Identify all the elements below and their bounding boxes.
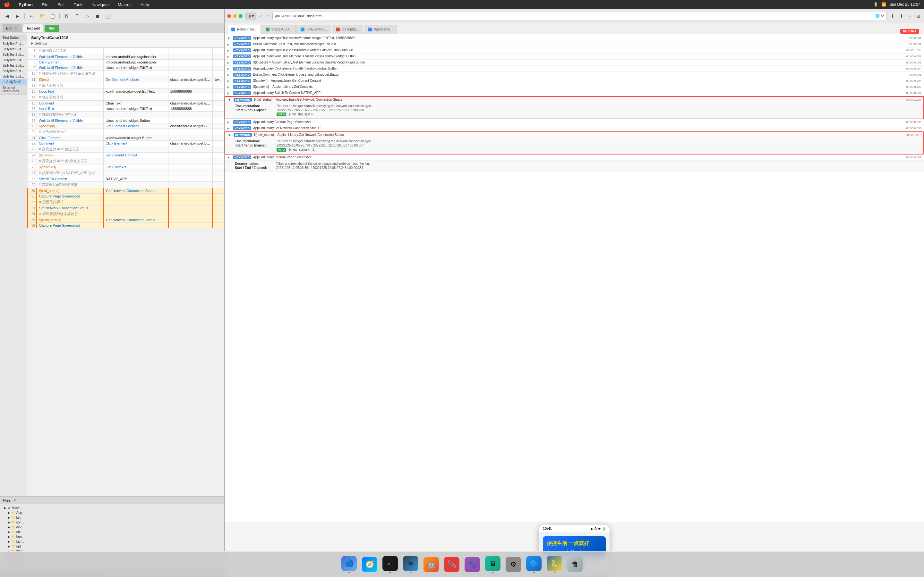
sidebar-item-2[interactable]: SallyTestSuite11: — [0, 52, 27, 57]
table-row-col3[interactable]: class=android.widget.Button — [168, 123, 213, 129]
log-expand-icon[interactable]: ▶ — [227, 73, 231, 77]
table-row-col3[interactable] — [168, 182, 213, 188]
table-row-col3[interactable] — [168, 158, 213, 164]
table-row-col3[interactable] — [168, 135, 213, 141]
tab-text-edit[interactable]: Text Edit — [23, 24, 43, 32]
window-minimize-dot[interactable] — [233, 14, 237, 18]
table-row-col1[interactable]: Wait Until Element Is Visible — [37, 118, 103, 123]
table-row-col1[interactable]: ${location} — [37, 123, 103, 129]
table-row-col1[interactable]: # 输入手机号码 — [37, 82, 103, 89]
sidebar-item-7[interactable]: ☑ SallyTestC... — [0, 79, 27, 85]
table-row-col1[interactable]: Capture Page Screenshot — [37, 223, 103, 228]
log-expand-icon[interactable]: ▶ — [227, 55, 231, 58]
table-row-col4[interactable] — [213, 101, 224, 106]
table-row-col1[interactable]: ${old_status} — [37, 188, 103, 193]
table-row-col3[interactable] — [168, 94, 213, 101]
sidebar-item-5[interactable]: SallyTestSuite12: — [0, 68, 27, 74]
table-row-col3[interactable]: 18888888888 — [168, 106, 213, 111]
table-row-col2[interactable] — [103, 182, 168, 188]
table-row-col4[interactable] — [213, 170, 224, 176]
table-row-col3[interactable]: class=android.widget.Button — [168, 141, 213, 146]
table-row-col2[interactable]: Get Element Location — [103, 123, 168, 129]
window-maximize-dot[interactable] — [239, 14, 242, 18]
table-row-col2[interactable] — [103, 158, 168, 164]
sidebar-item-1[interactable]: SallyTestSuite11: — [0, 47, 27, 52]
table-row-col1[interactable]: # 获取最新网络连接状态 — [37, 211, 103, 218]
settings-row[interactable]: ▶ Settings — [31, 41, 220, 45]
table-row-col1[interactable]: ${text} — [37, 77, 103, 82]
toolbar-pause[interactable]: ⬜ — [103, 11, 112, 21]
table-row-col3[interactable] — [168, 170, 213, 176]
table-row-col1[interactable]: Capture Page Screenshot — [37, 193, 103, 199]
browser-tab-4[interactable]: 腾讯手游助... — [364, 25, 397, 34]
toolbar-copy[interactable]: 📋 — [48, 11, 57, 21]
toolbar-open[interactable]: 📂 — [37, 11, 47, 21]
log-expand-icon[interactable]: ▼ — [227, 156, 231, 159]
table-row-col4[interactable] — [213, 205, 224, 211]
toolbar-stop[interactable]: ⏹ — [93, 11, 102, 21]
toolbar-k[interactable]: K — [62, 11, 71, 21]
table-row-col4[interactable] — [213, 89, 224, 94]
table-row-col3[interactable] — [168, 205, 213, 211]
toolbar-save[interactable]: ↩ — [27, 11, 36, 21]
table-row-col2[interactable]: Get Network Connection Status — [103, 188, 168, 193]
table-row-col2[interactable]: Clear Text — [103, 101, 168, 106]
table-row-col4[interactable] — [213, 118, 224, 123]
table-row-col2[interactable]: class=android.widget.EditText — [103, 106, 168, 111]
table-row-col4[interactable] — [213, 153, 224, 158]
log-expand-icon[interactable]: ▶ — [227, 67, 231, 71]
table-row-col4[interactable] — [213, 158, 224, 164]
table-row-col1[interactable]: # 無函数 ALLOW — [37, 48, 103, 54]
table-row-col2[interactable] — [103, 170, 168, 176]
table-row-col2[interactable] — [103, 82, 168, 89]
table-row-col4[interactable] — [213, 199, 224, 205]
table-row-col4[interactable] — [213, 218, 224, 223]
table-row-col1[interactable]: # 清空手机号码 — [37, 94, 103, 101]
table-row-col1[interactable]: ${new_status} — [37, 218, 103, 223]
table-row-col4[interactable] — [213, 82, 224, 89]
table-row-col4[interactable] — [213, 60, 224, 65]
table-row-col3[interactable] — [168, 146, 213, 153]
table-row-col2[interactable] — [103, 199, 168, 205]
log-expand-icon[interactable]: ▶ — [227, 61, 231, 64]
table-row-col1[interactable]: Input Text — [37, 106, 103, 111]
table-row-col2[interactable]: Get Element Attribute — [103, 77, 168, 82]
table-row-col3[interactable] — [168, 211, 213, 218]
table-row-col1[interactable]: # 获取默认网络连接状态 — [37, 182, 103, 188]
browser-tab-0[interactable]: Robot Fram... — [227, 25, 261, 34]
table-row-col1[interactable]: ${contexts} — [37, 164, 103, 170]
table-row-col1[interactable]: Switch To Context — [37, 176, 103, 182]
log-expand-icon[interactable]: ▶ — [227, 85, 231, 89]
table-row-col2[interactable] — [103, 223, 168, 228]
table-row-col3[interactable] — [168, 164, 213, 170]
log-expand-icon[interactable]: ▼ — [228, 98, 232, 102]
table-row-col2[interactable]: 1 — [103, 205, 168, 211]
table-row-col4[interactable] — [213, 106, 224, 111]
table-row-col2[interactable]: Click Element — [103, 141, 168, 146]
log-expand-icon[interactable]: ▶ — [227, 121, 231, 124]
window-close-dot[interactable] — [227, 14, 231, 18]
table-row-col4[interactable] — [213, 123, 224, 129]
table-row-col3[interactable]: 18888888888 — [168, 89, 213, 94]
table-row-col3[interactable] — [168, 176, 213, 182]
log-expand-icon[interactable]: ▶ — [227, 127, 231, 130]
sidebar-item-3[interactable]: SallyTestSuite11: — [0, 57, 27, 63]
menubar-file[interactable]: File — [40, 2, 50, 8]
toolbar-run[interactable]: ▷ — [83, 11, 92, 21]
toolbar-back[interactable]: ◀ — [3, 11, 11, 21]
table-row-col4[interactable] — [213, 223, 224, 228]
table-row-col4[interactable] — [213, 176, 224, 182]
table-row-col4[interactable] — [213, 54, 224, 60]
run-button[interactable]: Run — [45, 25, 59, 32]
table-row-col2[interactable]: id=com.android.packageinstaller: — [103, 60, 168, 65]
table-row-col2[interactable]: Get Contexts — [103, 164, 168, 170]
table-row-col3[interactable] — [168, 111, 213, 118]
table-row-col3[interactable] — [168, 118, 213, 123]
table-row-col4[interactable] — [213, 65, 224, 71]
sidebar-item-4[interactable]: SallyTestSuite12: — [0, 63, 27, 68]
table-row-col4[interactable] — [213, 48, 224, 54]
table-row-col2[interactable]: class=android.widget.EditText — [103, 65, 168, 71]
table-row-col3[interactable] — [168, 153, 213, 158]
log-expand-icon[interactable]: ▶ — [227, 91, 231, 95]
table-row-col1[interactable]: Comment — [37, 141, 103, 146]
